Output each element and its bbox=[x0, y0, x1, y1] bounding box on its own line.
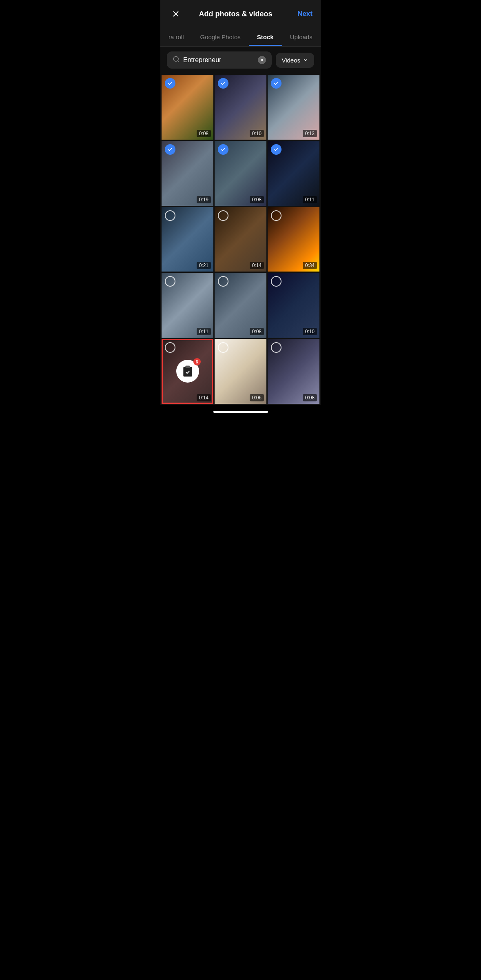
duration-badge-2: 0:10 bbox=[250, 130, 264, 137]
select-checkbox-6[interactable] bbox=[271, 144, 282, 155]
clipboard-badge-13: 6 bbox=[176, 360, 199, 383]
select-checkbox-9[interactable] bbox=[271, 210, 282, 221]
duration-badge-9: 0:34 bbox=[303, 262, 317, 269]
select-checkbox-13[interactable] bbox=[165, 342, 175, 353]
grid-item-5[interactable]: 0:08 bbox=[215, 141, 266, 206]
grid-item-12[interactable]: 0:10 bbox=[268, 273, 319, 338]
select-checkbox-8[interactable] bbox=[218, 210, 228, 221]
duration-badge-8: 0:14 bbox=[250, 262, 264, 269]
filter-button[interactable]: Videos bbox=[276, 53, 314, 68]
select-checkbox-5[interactable] bbox=[218, 144, 228, 155]
search-icon bbox=[173, 56, 180, 65]
duration-badge-13: 0:14 bbox=[197, 394, 211, 401]
select-checkbox-2[interactable] bbox=[218, 78, 228, 89]
tab-camera-roll[interactable]: ra roll bbox=[160, 28, 192, 46]
grid-item-14[interactable]: 0:06 bbox=[215, 339, 266, 404]
select-checkbox-15[interactable] bbox=[271, 342, 282, 353]
next-button[interactable]: Next bbox=[288, 10, 313, 18]
duration-badge-5: 0:08 bbox=[250, 196, 264, 203]
grid-item-1[interactable]: 0:08 bbox=[162, 75, 213, 140]
grid-item-2[interactable]: 0:10 bbox=[215, 75, 266, 140]
filter-label: Videos bbox=[282, 57, 300, 64]
grid-item-15[interactable]: 0:08 bbox=[268, 339, 319, 404]
bottom-bar bbox=[160, 405, 321, 419]
duration-badge-14: 0:06 bbox=[250, 394, 264, 401]
duration-badge-7: 0:21 bbox=[197, 262, 211, 269]
duration-badge-11: 0:08 bbox=[250, 328, 264, 335]
tab-google-photos[interactable]: Google Photos bbox=[192, 28, 249, 46]
select-checkbox-1[interactable] bbox=[165, 78, 175, 89]
grid-item-4[interactable]: 0:19 bbox=[162, 141, 213, 206]
select-checkbox-3[interactable] bbox=[271, 78, 282, 89]
page-title: Add photos & videos bbox=[183, 10, 288, 18]
grid-item-10[interactable]: 0:11 bbox=[162, 273, 213, 338]
search-container: Videos bbox=[160, 47, 321, 74]
media-grid: 0:080:100:130:190:080:110:210:140:340:11… bbox=[160, 74, 321, 405]
tab-stock[interactable]: Stock bbox=[249, 28, 282, 46]
tab-uploads[interactable]: Uploads bbox=[282, 28, 321, 46]
grid-item-9[interactable]: 0:34 bbox=[268, 207, 319, 272]
grid-item-6[interactable]: 0:11 bbox=[268, 141, 319, 206]
select-checkbox-4[interactable] bbox=[165, 144, 175, 155]
search-clear-button[interactable] bbox=[258, 56, 266, 64]
duration-badge-1: 0:08 bbox=[197, 130, 211, 137]
duration-badge-15: 0:08 bbox=[303, 394, 317, 401]
grid-item-7[interactable]: 0:21 bbox=[162, 207, 213, 272]
svg-rect-7 bbox=[185, 366, 190, 368]
select-checkbox-7[interactable] bbox=[165, 210, 175, 221]
duration-badge-6: 0:11 bbox=[303, 196, 317, 203]
select-checkbox-14[interactable] bbox=[218, 342, 228, 353]
grid-item-3[interactable]: 0:13 bbox=[268, 75, 319, 140]
grid-item-11[interactable]: 0:08 bbox=[215, 273, 266, 338]
grid-item-8[interactable]: 0:14 bbox=[215, 207, 266, 272]
search-input-wrapper bbox=[167, 51, 272, 69]
tabs-bar: ra roll Google Photos Stock Uploads bbox=[160, 28, 321, 47]
duration-badge-10: 0:11 bbox=[197, 328, 211, 335]
header: Add photos & videos Next bbox=[160, 0, 321, 28]
duration-badge-3: 0:13 bbox=[303, 130, 317, 137]
svg-point-2 bbox=[173, 56, 178, 61]
duration-badge-12: 0:10 bbox=[303, 328, 317, 335]
grid-item-13[interactable]: 0:14 6 bbox=[162, 339, 213, 404]
close-button[interactable] bbox=[168, 7, 183, 21]
duration-badge-4: 0:19 bbox=[197, 196, 211, 203]
search-input[interactable] bbox=[183, 56, 255, 64]
svg-line-3 bbox=[177, 60, 179, 62]
home-indicator bbox=[213, 411, 268, 413]
